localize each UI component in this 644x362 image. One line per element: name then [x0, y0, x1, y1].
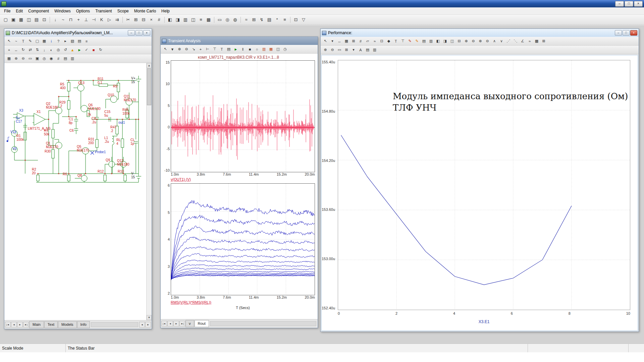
menu-item[interactable]: Transient — [93, 8, 115, 14]
check-icon[interactable]: ✓ — [83, 47, 90, 53]
probe-icon[interactable]: ↯ — [258, 16, 265, 23]
flag-icon[interactable]: ▸ — [62, 38, 69, 45]
text-icon[interactable]: T — [20, 38, 26, 45]
options-icon[interactable]: ≡ — [281, 16, 288, 23]
data-points-icon[interactable]: ○ — [254, 46, 260, 53]
paste-icon[interactable]: ⊟ — [140, 16, 147, 23]
series-label[interactable]: RMS(V(RL))*RMS(I(RL)) — [171, 300, 315, 306]
layout-a-icon[interactable]: ◧ — [435, 38, 441, 45]
wire-icon[interactable]: ~ — [13, 38, 19, 45]
component-label[interactable]: V+ 15 — [131, 76, 136, 84]
maximize-button[interactable]: □ — [623, 30, 630, 36]
list-icon[interactable]: ≡ — [197, 16, 205, 23]
rise-icon[interactable]: ⋰ — [505, 38, 512, 45]
tab-nav-button[interactable]: ◄ — [11, 322, 17, 327]
layout-b-icon[interactable]: ◨ — [442, 38, 448, 45]
ground-icon[interactable]: ⊥ — [83, 16, 90, 23]
tab-nav-button[interactable]: ► — [173, 321, 179, 326]
pause-icon[interactable]: ‖ — [239, 46, 246, 53]
slope-icon[interactable]: ∠ — [519, 38, 526, 45]
wave-icon[interactable]: ≈ — [371, 38, 378, 45]
transient-page-tab[interactable]: v — [185, 320, 194, 327]
transient-analysis-icon[interactable]: ≈ — [243, 16, 250, 23]
copy-to-clipboard-icon[interactable]: ⊡ — [41, 16, 48, 23]
diode-icon[interactable]: ▷ — [106, 16, 113, 23]
pencil-orange-icon[interactable]: ✎ — [414, 38, 420, 45]
flip-horizontal-icon[interactable]: ⇄ — [27, 47, 34, 53]
picture-icon[interactable]: ▦ — [41, 38, 48, 45]
note-icon[interactable]: ▤ — [76, 38, 83, 45]
filter-icon[interactable]: ▽ — [300, 16, 307, 23]
zoom-in-icon[interactable]: ⊕ — [176, 46, 183, 53]
component-label[interactable]: R30 — [45, 149, 51, 153]
save-icon[interactable]: ▦ — [17, 16, 25, 23]
pan-icon[interactable]: ↔ — [336, 38, 343, 45]
component-label[interactable]: C1 8p — [69, 117, 73, 125]
schematic-page-tab[interactable]: Text — [44, 321, 58, 328]
pan-icon[interactable]: ↔ — [13, 47, 19, 53]
polygon-icon[interactable]: ▱ — [364, 38, 371, 45]
minimize-button[interactable]: – — [615, 30, 622, 36]
tile-icon[interactable]: ▥ — [182, 16, 189, 23]
peak-icon[interactable]: ∧ — [491, 38, 498, 45]
component-label[interactable]: Q13 — [78, 81, 85, 85]
cursor-icon[interactable]: + — [197, 46, 204, 53]
tab-nav-button[interactable]: ►| — [179, 321, 185, 326]
component-panel-icon[interactable]: ▭ — [216, 16, 223, 23]
menu-item[interactable]: Windows — [52, 8, 73, 14]
axes-icon[interactable]: ⊞ — [350, 38, 357, 45]
zoom-in-icon[interactable]: ⊕ — [322, 47, 329, 53]
find-icon[interactable]: ◎ — [55, 47, 62, 53]
tokens-icon[interactable]: ▥ — [261, 46, 267, 53]
minimize-button[interactable]: – — [128, 30, 135, 36]
component-label[interactable]: R9 — [113, 84, 117, 88]
stats-icon[interactable]: ▩ — [533, 38, 540, 45]
binoculars-icon[interactable]: ◉ — [48, 55, 55, 62]
zoom-prev-icon[interactable]: ⊖ — [470, 38, 477, 45]
close-button[interactable]: × — [634, 1, 643, 7]
warning-icon[interactable]: ▲ — [69, 47, 76, 53]
browser-icon[interactable]: ▩ — [205, 16, 212, 23]
zoom-area-icon[interactable]: ▭ — [27, 55, 34, 62]
copy-page-icon[interactable]: ▤ — [364, 47, 371, 53]
schematic-titlebar[interactable]: D:\MC11\DATA\Audio Amplifiers\Рубальский… — [4, 29, 152, 37]
select-icon[interactable]: ↖ — [6, 38, 12, 45]
cut-icon[interactable]: ✂ — [124, 16, 132, 23]
component-label[interactable]: C15 5u — [104, 110, 110, 117]
tab-nav-button[interactable]: ► — [17, 322, 23, 327]
schematic-canvas[interactable]: X35u C17V14R1 100kV9X1LM7171_A_NSQ2 MJE1… — [4, 63, 146, 320]
mirror-icon[interactable]: ◐ — [48, 47, 55, 53]
page-icon[interactable]: ▤ — [62, 55, 69, 62]
gain-block-icon[interactable]: K — [98, 16, 105, 23]
text-icon[interactable]: T — [392, 38, 399, 45]
menu-item[interactable]: Edit — [13, 8, 25, 14]
tab-nav-button[interactable]: |◄ — [5, 322, 11, 327]
minimize-button[interactable]: – — [615, 1, 624, 7]
tab-nav-button[interactable]: ►| — [23, 322, 29, 327]
component-label[interactable]: Q12 MJE180 — [117, 159, 129, 166]
component-label[interactable]: R45 100k — [122, 108, 130, 115]
grid-icon[interactable]: # — [357, 38, 364, 45]
transient-page-tab[interactable]: Rout — [195, 320, 209, 327]
maximize-button[interactable]: □ — [136, 30, 143, 36]
fall-icon[interactable]: ⋱ — [512, 38, 519, 45]
component-label[interactable]: Q9 — [106, 158, 110, 162]
mode-menu-icon[interactable]: ▾ — [329, 38, 336, 45]
run-icon[interactable]: ► — [76, 47, 83, 53]
dropdown-icon[interactable]: ▾ — [350, 47, 357, 53]
scroll-down-icon[interactable]: ▼ — [147, 315, 152, 320]
transient-plot-2[interactable] — [171, 183, 315, 295]
draw-icon[interactable]: ✎ — [27, 38, 34, 45]
close-button[interactable]: × — [143, 30, 150, 36]
performance-titlebar[interactable]: Performance: – □ × — [321, 29, 639, 37]
zoom-out-icon[interactable]: ⊖ — [183, 46, 190, 53]
menu-item[interactable]: Help — [159, 8, 172, 14]
zoom-out-icon[interactable]: ⊖ — [329, 47, 336, 53]
globe-icon[interactable]: ◍ — [231, 16, 239, 23]
component-label[interactable]: Q8 — [77, 174, 82, 177]
rotate-icon[interactable]: ↻ — [20, 47, 26, 53]
component-label[interactable]: RL 4 — [116, 138, 121, 145]
component-label[interactable]: Q5 MJE170 — [77, 145, 89, 152]
pulse-source-icon[interactable]: ⊓ — [67, 16, 74, 23]
component-label[interactable]: Q11 MJE170 — [124, 95, 136, 102]
